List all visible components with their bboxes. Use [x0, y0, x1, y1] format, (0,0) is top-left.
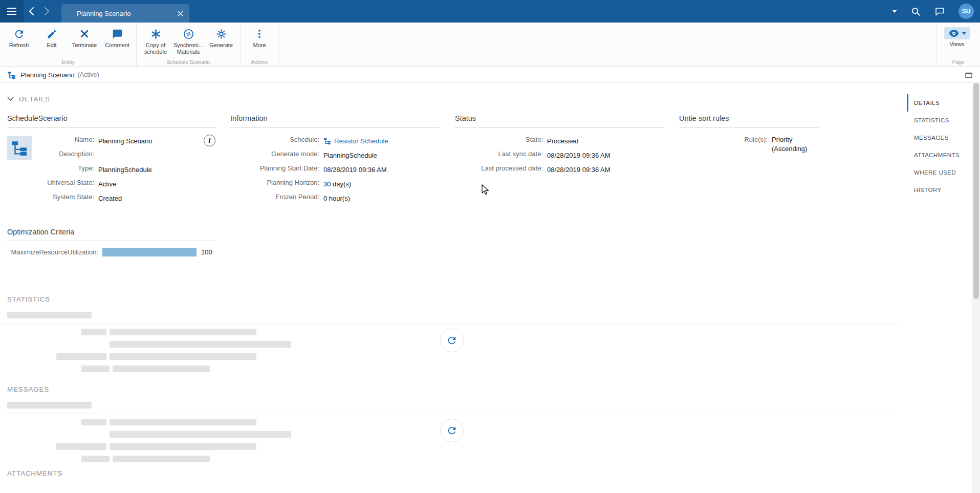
synchronize-icon: [183, 27, 194, 40]
field-value: PlanningSchedule: [323, 149, 377, 161]
statistics-skeleton: [7, 329, 898, 372]
skeleton-bar: [56, 443, 106, 450]
skeleton-bar: [56, 353, 106, 360]
field-row: Schedule: Resistor Schedule: [230, 133, 440, 147]
forward-button[interactable]: [39, 0, 54, 23]
skeleton-bar: [110, 329, 256, 335]
skeleton-bar: [110, 353, 256, 360]
schedule-type-icon: [323, 137, 331, 145]
messages-section-header[interactable]: MESSAGES: [7, 385, 898, 393]
generate-button[interactable]: Generate: [205, 25, 237, 49]
optimization-progress-bar: [102, 248, 197, 256]
terminate-icon: [79, 27, 90, 40]
details-section-header[interactable]: DETAILS: [7, 95, 898, 103]
skeleton-bar: [113, 456, 210, 462]
comment-icon: [112, 27, 123, 40]
optimization-label: MaximizeResourceUtilization:: [7, 248, 102, 256]
toolbar-group-label-actions: Actions: [241, 59, 278, 65]
field-row: Frozen Period: 0 hour(s): [230, 190, 440, 204]
side-tab-where-used[interactable]: WHERE USED: [907, 164, 971, 181]
field-row: Rule(s): Priority (Ascending): [679, 133, 819, 154]
field-value: 08/28/2019 09:36 AM: [323, 164, 387, 176]
side-tab-statistics[interactable]: STATISTICS: [907, 112, 971, 129]
field-label: Schedule:: [230, 135, 323, 147]
field-row: Universal State: Active: [7, 176, 216, 190]
side-tab-messages[interactable]: MESSAGES: [907, 129, 971, 146]
messages-section-title: MESSAGES: [7, 385, 49, 393]
schedule-scenario-column: ScheduleScenario Name: Planning Scenario…: [7, 114, 216, 204]
field-value: Planning Scenario: [98, 135, 153, 147]
more-label: More: [253, 42, 266, 49]
skeleton-bar: [81, 329, 106, 335]
tab-close-icon[interactable]: [178, 11, 183, 16]
details-columns: ScheduleScenario Name: Planning Scenario…: [7, 114, 898, 204]
field-value: Active: [98, 178, 116, 190]
copy-of-schedule-button[interactable]: Copy of schedule: [139, 25, 172, 55]
information-column-header: Information: [230, 114, 440, 127]
toolbar-group-page: Views Page: [936, 23, 980, 67]
chat-button[interactable]: [934, 6, 945, 17]
refresh-button[interactable]: Refresh: [3, 25, 35, 49]
field-row: Name: Planning Scenario: [7, 133, 216, 147]
statistics-section: STATISTICS: [7, 295, 898, 372]
info-icon[interactable]: [204, 135, 215, 146]
synchronize-materials-button[interactable]: Synchroni... Materials: [172, 25, 205, 55]
menu-button[interactable]: [0, 0, 24, 23]
expand-panel-button[interactable]: [965, 71, 973, 79]
comment-label: Comment: [105, 42, 129, 49]
attachments-section: ATTACHMENTS: [7, 469, 898, 477]
scrollbar-track[interactable]: [972, 67, 980, 493]
untie-sort-rules-column-header: Untie sort rules: [679, 114, 819, 127]
skeleton-bar: [7, 312, 92, 318]
field-value: Created: [98, 192, 122, 204]
untie-sort-rules-column: Untie sort rules Rule(s): Priority (Asce…: [679, 114, 819, 204]
field-label: Type:: [7, 164, 98, 176]
side-tab-attachments[interactable]: ATTACHMENTS: [907, 146, 971, 164]
schedule-scenario-column-header: ScheduleScenario: [7, 114, 216, 127]
side-tab-details[interactable]: DETAILS: [907, 94, 971, 112]
statistics-section-header[interactable]: STATISTICS: [7, 295, 898, 303]
side-tab-history[interactable]: HISTORY: [907, 181, 971, 199]
terminate-label: Terminate: [72, 42, 97, 49]
views-caret-icon: [962, 32, 966, 35]
topbar-right-controls: SU: [892, 4, 980, 19]
status-column: Status State: Processed Last sync date: …: [455, 114, 664, 204]
loading-spinner: [440, 329, 464, 352]
edit-icon: [47, 27, 57, 40]
back-button[interactable]: [24, 0, 39, 23]
refresh-spinner-icon: [446, 425, 458, 436]
attachments-section-header[interactable]: ATTACHMENTS: [7, 469, 898, 477]
refresh-icon: [13, 27, 25, 40]
more-button[interactable]: More: [243, 25, 276, 49]
breadcrumb-status: (Active): [78, 71, 99, 78]
chevron-down-icon: [7, 97, 14, 101]
messages-section: MESSAGES: [7, 385, 898, 462]
schedule-link[interactable]: Resistor Schedule: [334, 137, 388, 146]
eye-icon: [948, 29, 960, 38]
refresh-label: Refresh: [9, 42, 29, 49]
search-button[interactable]: [910, 6, 921, 17]
edit-button[interactable]: Edit: [35, 25, 68, 49]
views-button[interactable]: Views: [939, 25, 975, 48]
field-value: Processed: [547, 135, 578, 147]
optimization-progress-fill: [102, 248, 197, 256]
optimization-row: MaximizeResourceUtilization: 100: [7, 248, 216, 256]
field-row: Generate mode: PlanningSchedule: [230, 147, 440, 161]
field-label: Frozen Period:: [230, 192, 323, 204]
topbar-dropdown-caret-icon[interactable]: [892, 10, 897, 13]
skeleton-bar: [7, 402, 92, 409]
comment-button[interactable]: Comment: [101, 25, 134, 49]
views-highlight: [944, 27, 970, 39]
scrollbar-thumb[interactable]: [973, 83, 979, 299]
statistics-section-title: STATISTICS: [7, 295, 50, 303]
views-label: Views: [949, 41, 964, 48]
terminate-button[interactable]: Terminate: [68, 25, 101, 49]
field-row: Last sync date: 08/28/2019 09:36 AM: [455, 147, 664, 161]
tab-planning-scenario[interactable]: Planning Scenario: [61, 4, 189, 23]
skeleton-bar: [81, 419, 106, 425]
toolbar-group-label-entity: Entity: [0, 59, 136, 65]
skeleton-bar: [81, 366, 110, 372]
skeleton-bar: [110, 341, 291, 348]
toolbar-group-entity: Refresh Edit Terminate Comment Ent: [0, 23, 137, 67]
avatar[interactable]: SU: [959, 4, 974, 19]
